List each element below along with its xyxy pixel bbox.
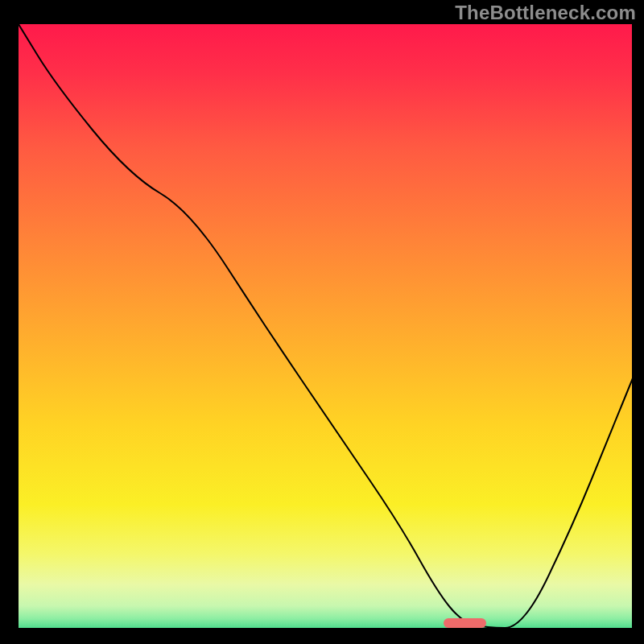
x-axis-border xyxy=(0,628,644,644)
plot-inner xyxy=(19,24,634,628)
bottleneck-curve xyxy=(19,24,634,628)
plot-area xyxy=(16,24,634,630)
frame-border-right xyxy=(632,0,644,644)
y-axis-border xyxy=(0,0,16,644)
watermark-text: TheBottleneck.com xyxy=(455,2,636,24)
optimal-range-marker xyxy=(444,618,487,628)
chart-frame: TheBottleneck.com xyxy=(0,0,644,644)
